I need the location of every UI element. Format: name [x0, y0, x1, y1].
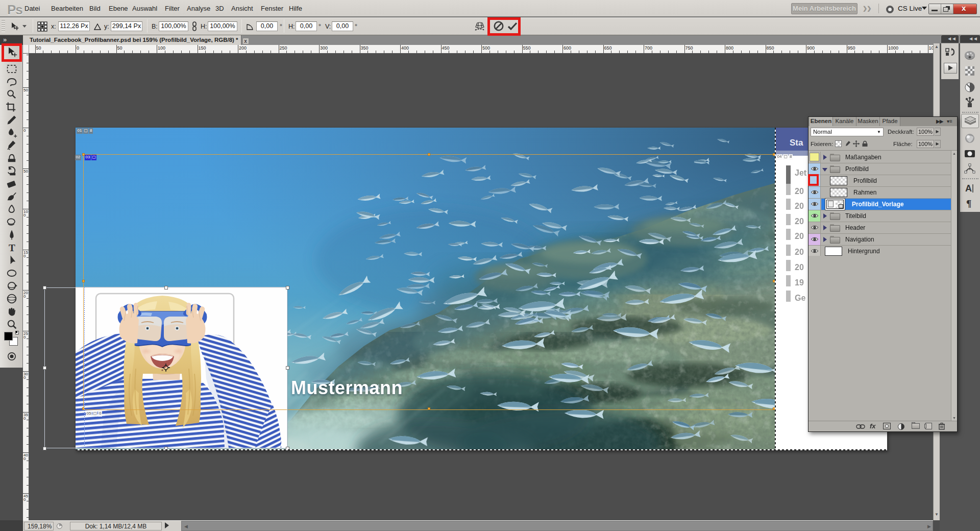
svg-text:¶: ¶ — [966, 198, 971, 209]
svg-text:T: T — [9, 243, 15, 253]
svg-text:A: A — [965, 183, 972, 194]
